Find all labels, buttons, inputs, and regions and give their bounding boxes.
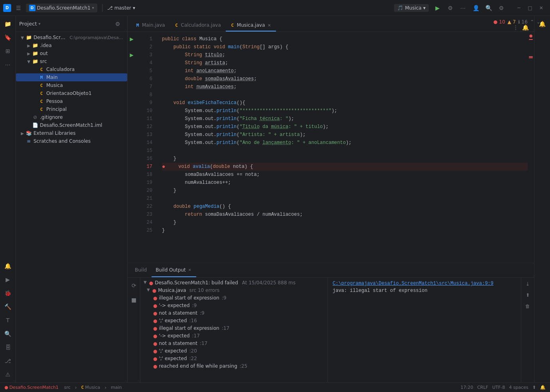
code-line-21 [162,195,528,203]
tab-musica-close-button[interactable]: ✕ [266,22,272,28]
titlebar-actions: ▶ ⚙ ⋯ 👤 🔍 ⚙ [432,2,507,14]
tree-label-out: out [40,51,48,56]
more-actions-button[interactable]: ⋯ [457,2,469,14]
error-gutter: ● [528,32,534,263]
profile-button[interactable]: 👤 [470,2,481,14]
build-error-2[interactable]: ● '-> expected :9 [140,302,327,309]
tab-build[interactable]: Build [131,263,151,277]
build-scroll-end-button[interactable]: ⤓ [523,279,532,289]
project-selector[interactable]: D Desafio.ScreenMatch1 ▾ [26,4,97,12]
build-error-6[interactable]: ● '-> expected :17 [140,332,327,340]
sidebar-title: Project [19,21,37,27]
vcs-branch[interactable]: ⎇ master ▾ [107,5,135,11]
statusbar-position[interactable]: 17:20 [459,385,475,390]
tree-item-scratches[interactable]: ≡ Scratches and Consoles [16,137,127,145]
build-error-10[interactable]: ● reached end of file while parsing :25 [140,362,327,370]
build-config-button[interactable]: ⚙ [445,2,456,14]
build-error-9[interactable]: ● ';' expected :22 [140,355,327,362]
git-button[interactable]: ⎇ [2,355,14,367]
statusbar-src[interactable]: src [63,385,72,390]
statusbar-main[interactable]: main [110,385,123,390]
settings-button[interactable]: ⚙ [496,2,507,14]
tab-build-output[interactable]: Build Output ✕ [152,263,196,277]
code-line-19: numAvaliacoes++; [162,179,528,187]
code-area: ▶ ▶ 12345 678910 1112131415 1617181920 2… [128,32,534,263]
hamburger-menu[interactable]: ☰ [14,4,23,12]
build-error-5[interactable]: ● illegal start of expression :17 [140,325,327,332]
tree-item-calculadora[interactable]: C Calculadora [16,65,127,73]
debug-panel-button[interactable]: 🐞 [2,287,14,299]
minimize-button[interactable]: ─ [513,2,524,14]
tree-item-main[interactable]: M Main [16,73,127,81]
find-button[interactable]: 🔍 [2,327,14,340]
search-everywhere-button[interactable]: 🔍 [483,2,494,14]
statusbar-notifications-count[interactable]: 🔔 [539,385,547,390]
more-tools-button[interactable]: ⋯ [2,58,14,71]
statusbar-line-ending[interactable]: CRLF [476,385,489,390]
database-button[interactable]: 🗄 [2,341,14,354]
run-main-button[interactable]: ▶ [130,51,133,59]
build-output-text: java: illegal start of expression [333,288,428,294]
tree-item-ext-libs[interactable]: ▶ 📚 External Libraries [16,129,127,137]
tree-item-root[interactable]: ▼ 📁 Desafio.ScreenMatch1 C:\programajava… [16,33,127,41]
tree-item-orientacao[interactable]: C OrientacaoObjeto1 [16,89,127,97]
statusbar-musica[interactable]: C Musica [80,385,102,390]
run-class-button[interactable]: ▶ [130,35,133,43]
build-error-icon-2: ● [153,303,157,309]
code-line-12: System.out.println("Titulo da música: " … [162,123,528,131]
run-panel-button[interactable]: ▶ [2,273,14,286]
build-error-4[interactable]: ● ';' expected :16 [140,317,327,325]
build-scroll-up-button[interactable]: ⬆ [523,290,532,300]
tree-item-iml[interactable]: 📄 Desafio.ScreenMatch1.iml [16,121,127,129]
build-error-3[interactable]: ● not a statement :9 [140,309,327,317]
tab-build-output-close-button[interactable]: ✕ [187,268,192,272]
build-stop-button[interactable]: ■ [128,294,140,306]
tab-calculadora[interactable]: C Calculadora.java [170,17,225,32]
structure-button[interactable]: ⊞ [2,45,14,57]
code-line-10: System.out.println("********************… [162,107,528,115]
tree-arrow-git [26,114,32,120]
notifications-button[interactable]: 🔔 [2,260,14,272]
tree-item-pessoa[interactable]: C Pessoa [16,97,127,105]
tab-musica[interactable]: C Musica.java ✕ [226,17,276,32]
build-error-icon-4: ● [153,318,157,324]
tree-item-musica[interactable]: C Musica [16,81,127,89]
run-button[interactable]: ▶ [432,2,443,14]
build-error-icon-6: ● [153,333,157,339]
tree-item-out[interactable]: ▶ 📁 out [16,49,127,57]
tab-more-options-button[interactable]: ⋮ [512,24,520,32]
terminal-button[interactable]: T [2,314,14,327]
tree-item-gitignore[interactable]: ⊘ .gitignore [16,113,127,121]
build-error-8[interactable]: ● ';' expected :20 [140,347,327,355]
build-error-1[interactable]: ● illegal start of expression :9 [140,294,327,302]
statusbar-git-push[interactable]: ⬆ [531,385,537,390]
build-output-link[interactable]: C:\programajava\Desafio.ScreenMatch1\src… [333,281,493,286]
run-config-selector[interactable]: 🎵 Musica ▾ [394,4,429,12]
statusbar-errors[interactable]: ● Desafio.ScreenMatch1 [3,385,60,390]
tree-item-principal[interactable]: C Principal [16,105,127,113]
build-error-7[interactable]: ● not a statement :17 [140,340,327,347]
tree-item-idea[interactable]: ▶ 📁 .idea [16,41,127,49]
problems-button[interactable]: ⚠ [2,368,14,381]
statusbar-musica-label: Musica [85,385,100,390]
tab-main[interactable]: M Main.java [131,17,169,32]
notifications-panel-button[interactable]: 🔔 [521,24,529,32]
statusbar-indent[interactable]: 4 spaces [508,385,530,390]
tree-item-src[interactable]: ▼ 📁 src [16,57,127,65]
build-item-musica[interactable]: ▼ ● Musica.java src 10 errors [140,287,327,294]
build-clear-button[interactable]: 🗑 [523,301,532,311]
bookmark-button[interactable]: 🔖 [2,31,14,44]
build-panel-button[interactable]: 🔨 [2,300,14,313]
project-view-button[interactable]: 📁 [2,18,14,30]
sidebar-settings-button[interactable]: ⚙ [111,18,124,30]
statusbar-src-label: src [64,385,71,390]
close-button[interactable]: ✕ [536,2,547,14]
build-rerun-button[interactable]: ⟳ [128,279,140,292]
code-content[interactable]: public class Musica { public static void… [156,32,528,263]
error-marker-3 [529,57,533,58]
editor-area: M Main.java C Calculadora.java C Musica.… [128,16,534,382]
statusbar-encoding[interactable]: UTF-8 [491,385,506,390]
build-failed-text: Desafio.ScreenMatch1: build failed [155,280,238,286]
build-item-root[interactable]: ▼ ● Desafio.ScreenMatch1: build failed A… [140,279,327,287]
maximize-button[interactable]: □ [524,2,536,14]
